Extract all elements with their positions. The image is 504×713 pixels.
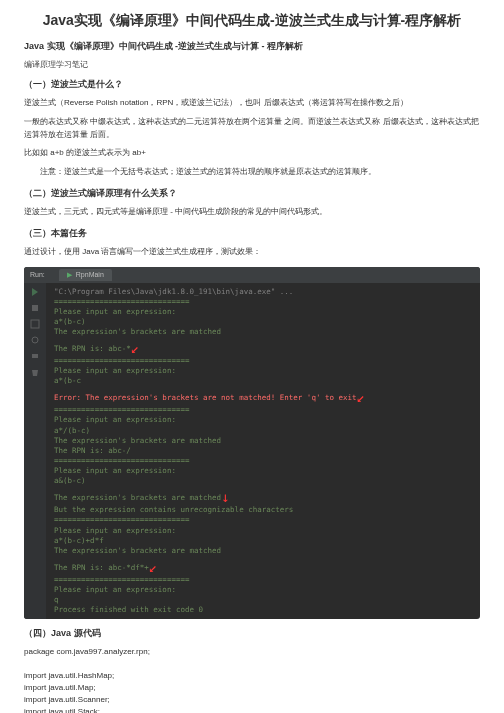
section-3-heading: （三）本篇任务 <box>24 227 480 240</box>
terminal-line: The expression's brackets are matched <box>54 546 472 556</box>
terminal-panel: Run: ▶ RpnMain "C:\Program Files\Java\jd… <box>24 267 480 620</box>
terminal-line: ============================== <box>54 297 472 307</box>
code-line: package com.java997.analyzer.rpn; <box>24 646 480 658</box>
run-label: Run: <box>30 271 45 278</box>
source-code: package com.java997.analyzer.rpn; import… <box>24 646 480 713</box>
print-icon[interactable] <box>30 351 40 361</box>
terminal-line: ============================== <box>54 515 472 525</box>
terminal-gutter <box>24 283 46 620</box>
annotation-arrow: ↙ <box>357 388 365 407</box>
terminal-line: ============================== <box>54 575 472 585</box>
terminal-line: Please input an expression: <box>54 415 472 425</box>
terminal-line: ============================== <box>54 456 472 466</box>
play-icon[interactable] <box>30 287 40 297</box>
stop-icon[interactable] <box>30 303 40 313</box>
terminal-line: The expression's brackets are matched <box>54 436 472 446</box>
terminal-line: "C:\Program Files\Java\jdk1.8.0_191\bin\… <box>54 287 472 297</box>
terminal-line: ============================== <box>54 356 472 366</box>
terminal-line: Please input an expression: <box>54 307 472 317</box>
code-line: import java.util.Map; <box>24 682 480 694</box>
terminal-line: a*(b-c <box>54 376 472 386</box>
code-line <box>24 658 480 670</box>
trash-icon[interactable] <box>30 367 40 377</box>
terminal-output: "C:\Program Files\Java\jdk1.8.0_191\bin\… <box>46 283 480 620</box>
section-1-p2: 一般的表达式又称 中缀表达式，这种表达式的二元运算符放在两个运算量 之间。而逆波… <box>24 116 480 142</box>
terminal-line: The expression's brackets are matched <box>54 327 472 337</box>
svg-rect-1 <box>31 320 39 328</box>
run-icon: ▶ <box>67 271 72 279</box>
annotation-arrow: ↓ <box>221 488 229 507</box>
terminal-line: ============================== <box>54 405 472 415</box>
terminal-tab[interactable]: ▶ RpnMain <box>59 269 112 281</box>
terminal-line: Process finished with exit code 0 <box>54 605 472 615</box>
terminal-line: a*/(b-c) <box>54 426 472 436</box>
terminal-line: a&(b-c) <box>54 476 472 486</box>
terminal-line: Error: The expression's brackets are not… <box>54 386 472 405</box>
section-2-p1: 逆波兰式，三元式，四元式等是编译原理 - 中间代码生成阶段的常见的中间代码形式。 <box>24 206 480 219</box>
terminal-line: q <box>54 595 472 605</box>
section-3-p1: 通过设计，使用 Java 语言编写一个逆波兰式生成程序，测试效果： <box>24 246 480 259</box>
terminal-line: The RPN is: abc-* ↙ <box>54 337 472 356</box>
svg-rect-0 <box>32 305 38 311</box>
layout-icon[interactable] <box>30 319 40 329</box>
terminal-header: Run: ▶ RpnMain <box>24 267 480 283</box>
code-line: import java.util.HashMap; <box>24 670 480 682</box>
page-title: Java实现《编译原理》中间代码生成-逆波兰式生成与计算-程序解析 <box>24 12 480 30</box>
section-4-heading: （四）Java 源代码 <box>24 627 480 640</box>
section-2-heading: （二）逆波兰式编译原理有什么关系？ <box>24 187 480 200</box>
terminal-line: Please input an expression: <box>54 366 472 376</box>
section-1-heading: （一）逆波兰式是什么？ <box>24 78 480 91</box>
code-line: import java.util.Stack; <box>24 706 480 713</box>
annotation-arrow: ↙ <box>149 558 157 577</box>
settings-icon[interactable] <box>30 335 40 345</box>
terminal-line: Please input an expression: <box>54 466 472 476</box>
terminal-line: The RPN is: abc-*df*+ ↙ <box>54 556 472 575</box>
subtitle: Java 实现《编译原理》中间代码生成 -逆波兰式生成与计算 - 程序解析 <box>24 40 480 53</box>
terminal-line: a*(b-c) <box>54 317 472 327</box>
terminal-line: a*(b-c)+d*f <box>54 536 472 546</box>
annotation-arrow: ↙ <box>131 339 139 358</box>
terminal-line: But the expression contains unrecognizab… <box>54 505 472 515</box>
note-text: 编译原理学习笔记 <box>24 59 480 70</box>
section-1-p3: 比如如 a+b 的逆波兰式表示为 ab+ <box>24 147 480 160</box>
terminal-line: Please input an expression: <box>54 585 472 595</box>
terminal-tab-label: RpnMain <box>76 271 104 278</box>
terminal-line: Please input an expression: <box>54 526 472 536</box>
terminal-line: The RPN is: abc-/ <box>54 446 472 456</box>
section-1-p1: 逆波兰式（Reverse Polish notation，RPN，或逆波兰记法）… <box>24 97 480 110</box>
code-line: import java.util.Scanner; <box>24 694 480 706</box>
svg-rect-3 <box>32 354 38 358</box>
section-1-p4: 注意：逆波兰式是一个无括号表达式；逆波兰式的运算符出现的顺序就是原表达式的运算顺… <box>24 166 480 179</box>
terminal-line: The expression's brackets are matched ↓ <box>54 486 472 505</box>
svg-point-2 <box>32 337 38 343</box>
